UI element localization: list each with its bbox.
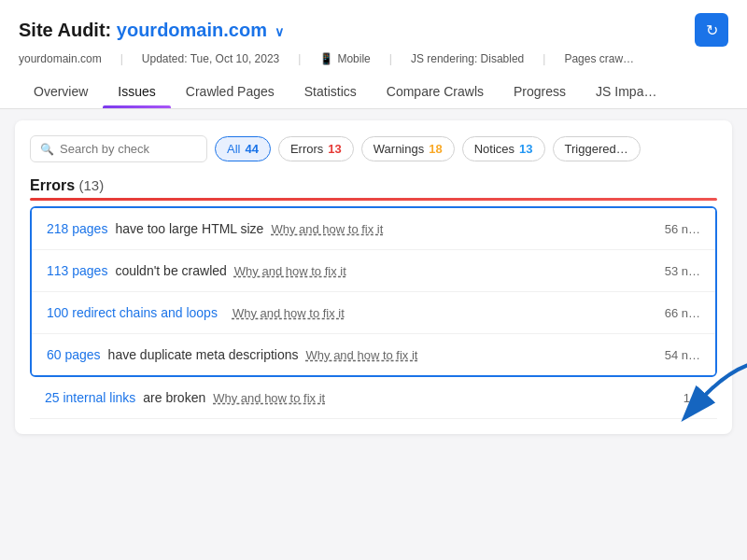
fix-link[interactable]: Why and how to fix it xyxy=(233,306,345,320)
issue-description: couldn't be crawled xyxy=(115,263,226,278)
meta-mobile: 📱 Mobile xyxy=(319,52,370,65)
issue-text: 218 pages have too large HTML size Why a… xyxy=(47,221,665,236)
search-icon: 🔍 xyxy=(40,143,54,156)
issue-text: 100 redirect chains and loops Why and ho… xyxy=(47,305,665,320)
tab-overview[interactable]: Overview xyxy=(19,77,103,108)
filter-warnings[interactable]: Warnings 18 xyxy=(361,136,455,161)
domain-link[interactable]: yourdomain.com xyxy=(117,20,267,40)
header-meta: yourdomain.com | Updated: Tue, Oct 10, 2… xyxy=(19,52,728,65)
issues-list: 218 pages have too large HTML size Why a… xyxy=(30,206,717,377)
issue-description: have duplicate meta descriptions xyxy=(108,347,299,362)
issue-count: 1… xyxy=(684,391,702,405)
filter-all[interactable]: All 44 xyxy=(215,136,271,161)
issue-count: 53 n… xyxy=(665,264,700,278)
issue-count: 54 n… xyxy=(665,348,700,362)
filter-triggered[interactable]: Triggered… xyxy=(553,136,641,161)
below-issue-row: 25 internal links are broken Why and how… xyxy=(30,377,717,419)
app-container: Site Audit: yourdomain.com ∨ ↻ yourdomai… xyxy=(0,0,747,434)
issue-description: are broken xyxy=(143,390,205,405)
meta-domain: yourdomain.com xyxy=(19,52,102,65)
tab-crawled-pages[interactable]: Crawled Pages xyxy=(171,77,289,108)
issue-row: 100 redirect chains and loops Why and ho… xyxy=(32,292,715,334)
meta-js-rendering: JS rendering: Disabled xyxy=(411,52,524,65)
issue-text: 113 pages couldn't be crawled Why and ho… xyxy=(47,263,665,278)
issue-link[interactable]: 60 pages xyxy=(47,347,101,362)
issue-link[interactable]: 25 internal links xyxy=(45,390,135,405)
chevron-down-icon[interactable]: ∨ xyxy=(275,24,284,39)
tab-progress[interactable]: Progress xyxy=(499,77,581,108)
search-box[interactable]: 🔍 xyxy=(30,135,207,162)
tab-statistics[interactable]: Statistics xyxy=(289,77,372,108)
main-content: 🔍 All 44 Errors 13 Warnings 18 Notices 1… xyxy=(15,120,732,434)
mobile-icon: 📱 xyxy=(319,52,333,65)
issue-row: 218 pages have too large HTML size Why a… xyxy=(32,208,715,250)
filter-errors[interactable]: Errors 13 xyxy=(278,136,354,161)
issues-section: 218 pages have too large HTML size Why a… xyxy=(30,206,717,377)
issue-row: 113 pages couldn't be crawled Why and ho… xyxy=(32,250,715,292)
tab-js-impact[interactable]: JS Impa… xyxy=(581,77,671,108)
title-prefix: Site Audit: xyxy=(19,20,111,40)
meta-pages-crawled: Pages craw… xyxy=(564,52,634,65)
issue-link[interactable]: 113 pages xyxy=(47,263,107,278)
filter-notices[interactable]: Notices 13 xyxy=(462,136,545,161)
meta-updated: Updated: Tue, Oct 10, 2023 xyxy=(142,52,279,65)
fix-link[interactable]: Why and how to fix it xyxy=(306,348,418,362)
refresh-button[interactable]: ↻ xyxy=(695,13,728,47)
issue-count: 56 n… xyxy=(665,222,700,236)
fix-link[interactable]: Why and how to fix it xyxy=(213,391,325,405)
page-title: Site Audit: yourdomain.com ∨ xyxy=(19,20,284,41)
filter-bar: 🔍 All 44 Errors 13 Warnings 18 Notices 1… xyxy=(30,135,717,162)
issue-link[interactable]: 100 redirect chains and loops xyxy=(47,305,218,320)
fix-link[interactable]: Why and how to fix it xyxy=(271,222,383,236)
errors-divider xyxy=(30,198,717,201)
issue-count: 66 n… xyxy=(665,306,700,320)
section-title: Errors (13) xyxy=(30,177,717,194)
issue-row: 60 pages have duplicate meta description… xyxy=(32,334,715,375)
header: Site Audit: yourdomain.com ∨ ↻ yourdomai… xyxy=(0,0,747,109)
nav-tabs: Overview Issues Crawled Pages Statistics… xyxy=(19,77,728,108)
issue-description: have too large HTML size xyxy=(115,221,263,236)
search-input[interactable] xyxy=(60,142,197,156)
tab-issues[interactable]: Issues xyxy=(103,77,170,108)
issue-link[interactable]: 218 pages xyxy=(47,221,107,236)
issue-text: 25 internal links are broken Why and how… xyxy=(45,390,684,405)
fix-link[interactable]: Why and how to fix it xyxy=(234,264,346,278)
issue-text: 60 pages have duplicate meta description… xyxy=(47,347,665,362)
tab-compare-crawls[interactable]: Compare Crawls xyxy=(372,77,499,108)
